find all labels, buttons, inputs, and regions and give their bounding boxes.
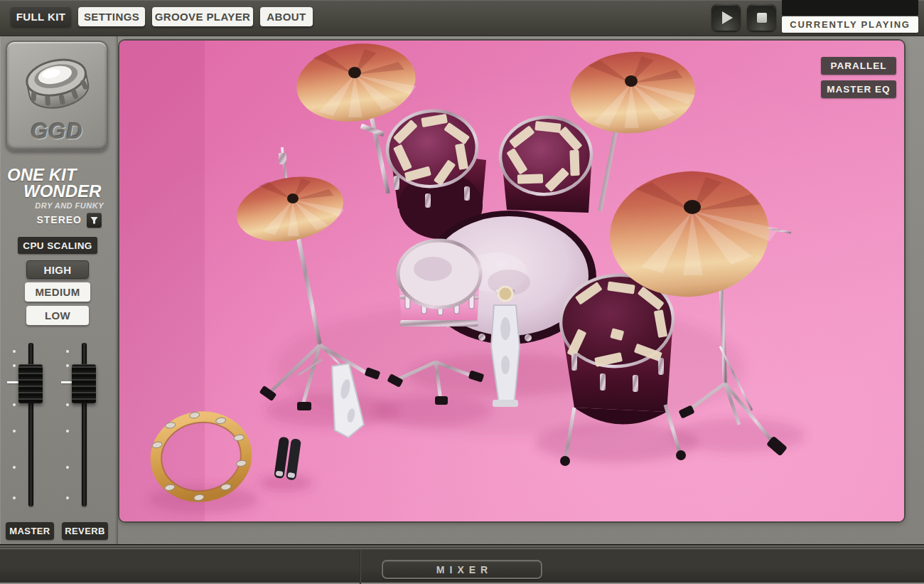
cpu-medium-button[interactable]: MEDIUM bbox=[25, 282, 90, 302]
top-bar: FULL KIT SETTINGS GROOVE PLAYER ABOUT CU… bbox=[0, 0, 924, 36]
master-fader-cap[interactable] bbox=[18, 364, 43, 403]
cpu-low-button[interactable]: LOW bbox=[26, 306, 89, 325]
cpu-high-button[interactable]: HIGH bbox=[26, 260, 89, 279]
master-eq-button[interactable]: MASTER EQ bbox=[821, 80, 896, 98]
reverb-fader-value-tick bbox=[61, 381, 72, 383]
output-mode-dropdown[interactable] bbox=[87, 213, 102, 228]
output-mode-label: STEREO bbox=[0, 214, 82, 225]
product-name-line2: WONDER bbox=[23, 183, 101, 200]
master-fader-label: MASTER bbox=[6, 522, 54, 540]
product-subtitle: DRY AND FUNKY bbox=[0, 201, 104, 210]
ggd-brand-text: GGD bbox=[7, 119, 107, 144]
plugin-window: PARALLEL MASTER EQ FULL KIT SETTINGS GRO… bbox=[0, 0, 924, 584]
parallel-button[interactable]: PARALLEL bbox=[821, 57, 896, 75]
panel-seam bbox=[360, 550, 361, 584]
stop-icon bbox=[757, 13, 767, 23]
ggd-logo: GGD bbox=[6, 41, 108, 152]
reverb-fader-label: REVERB bbox=[62, 522, 108, 540]
groove-display bbox=[782, 0, 918, 16]
mixer-button[interactable]: MIXER bbox=[382, 560, 542, 579]
funnel-down-icon bbox=[90, 216, 99, 225]
sidebar: GGD ONE KIT WONDER DRY AND FUNKY STEREO … bbox=[0, 36, 118, 544]
play-icon bbox=[722, 11, 733, 24]
tab-full-kit[interactable]: FULL KIT bbox=[11, 7, 71, 26]
stop-button[interactable] bbox=[747, 4, 776, 31]
bottom-bar: MIXER bbox=[0, 544, 924, 584]
play-button[interactable] bbox=[711, 4, 741, 31]
drum-kit-photo bbox=[119, 41, 904, 521]
reverb-fader-cap[interactable] bbox=[72, 364, 96, 403]
cpu-scaling-label: CPU SCALING bbox=[18, 237, 97, 254]
currently-playing-label: CURRENTLY PLAYING bbox=[782, 16, 918, 33]
snare-drum[interactable] bbox=[398, 240, 480, 326]
snare-drum-icon bbox=[14, 45, 100, 120]
tab-about[interactable]: ABOUT bbox=[260, 7, 313, 26]
drum-kit-stage: PARALLEL MASTER EQ bbox=[119, 41, 904, 521]
tab-settings[interactable]: SETTINGS bbox=[78, 7, 145, 26]
tab-groove-player[interactable]: GROOVE PLAYER bbox=[152, 7, 253, 26]
